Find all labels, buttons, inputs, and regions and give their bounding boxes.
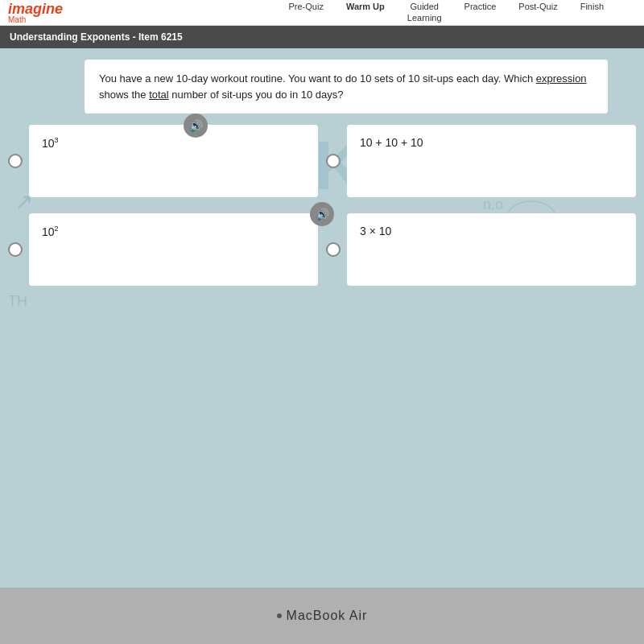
breadcrumb-bar: Understanding Exponents - Item 6215 (0, 26, 644, 48)
nav-pre-quiz[interactable]: Pre-Quiz (289, 2, 324, 23)
speaker-icon-2: 🔊 (316, 208, 329, 221)
logo-sub: Math (8, 16, 63, 24)
macbook-dot (277, 613, 282, 618)
option-d-radio[interactable] (326, 242, 341, 257)
nav-warm-up[interactable]: Warm Up (346, 2, 385, 23)
speaker-icon-1: 🔊 (189, 119, 203, 132)
logo-area: imagine Math (8, 2, 63, 24)
macbook-label: MacBook Air (287, 609, 368, 623)
option-c-radio[interactable] (8, 242, 23, 257)
option-b-text: 10 + 10 + 10 (360, 136, 423, 149)
option-d-text: 3 × 10 (360, 225, 391, 237)
nav-finish[interactable]: Finish (580, 2, 604, 23)
top-navigation: imagine Math Pre-Quiz Warm Up GuidedLear… (0, 0, 644, 26)
option-c-text: 102 (42, 225, 59, 238)
option-d-wrapper: 3 × 10 (326, 213, 636, 286)
logo-text: imagine (8, 2, 63, 16)
option-d-card[interactable]: 3 × 10 (347, 213, 636, 286)
options-area: 🔊 103 🔊 (0, 125, 644, 286)
breadcrumb: Understanding Exponents - Item 6215 (10, 31, 183, 43)
question-box: You have a new 10-day workout routine. Y… (85, 60, 608, 114)
macbook-footer: MacBook Air (0, 588, 644, 644)
left-option-column: 103 🔊 102 (8, 125, 318, 286)
nav-guided-learning[interactable]: GuidedLearning (407, 2, 442, 23)
option-c-wrapper: 🔊 102 (8, 213, 318, 286)
audio-button-1[interactable]: 🔊 (184, 114, 208, 138)
nav-items: Pre-Quiz Warm Up GuidedLearning Practice… (289, 2, 605, 23)
svg-text:TH: TH (8, 293, 27, 309)
option-c-card[interactable]: 102 (29, 213, 318, 286)
nav-post-quiz[interactable]: Post-Quiz (518, 2, 557, 23)
main-content: THiNK ↗ TH ← n.o think You have a new 10… (0, 48, 644, 588)
nav-practice[interactable]: Practice (464, 2, 497, 23)
option-b-card[interactable]: 10 + 10 + 10 (347, 125, 636, 197)
option-a-text: 103 (42, 137, 59, 150)
option-b-radio[interactable] (326, 154, 341, 168)
right-option-column: 10 + 10 + 10 3 × 10 (326, 125, 636, 286)
option-a-radio[interactable] (8, 154, 23, 168)
option-b-wrapper: 10 + 10 + 10 (326, 125, 636, 197)
option-a-wrapper: 103 (8, 125, 318, 197)
option-a-card[interactable]: 103 (29, 125, 318, 197)
audio-button-2[interactable]: 🔊 (310, 202, 334, 226)
question-text: You have a new 10-day workout routine. Y… (99, 72, 587, 101)
